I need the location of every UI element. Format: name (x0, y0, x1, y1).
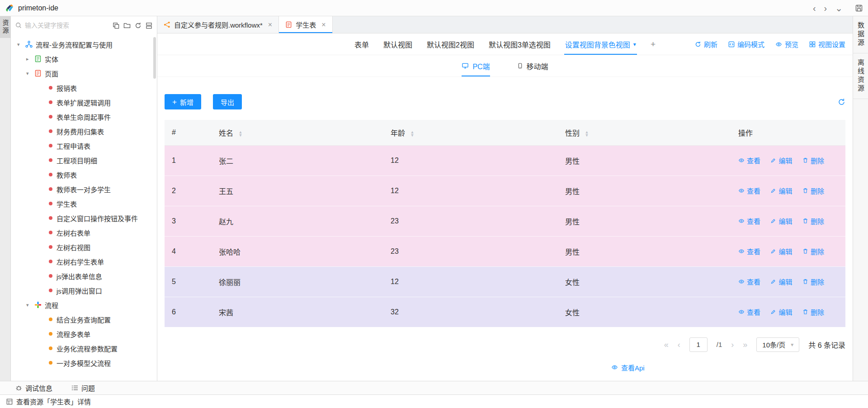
export-button[interactable]: 导出 (213, 94, 242, 109)
add-view-button[interactable]: + (651, 39, 656, 49)
save-icon[interactable] (855, 5, 863, 12)
sync-icon[interactable] (838, 98, 845, 106)
delete-action[interactable]: 删除 (802, 216, 824, 226)
flow-config-icon (25, 41, 33, 48)
page-size-value: 10条/页 (762, 340, 785, 349)
history-back-icon[interactable]: ‹ (813, 4, 816, 13)
cell-gender: 女性 (558, 297, 731, 327)
tree-item-process[interactable]: 结合业务查询配置 (11, 312, 157, 327)
tree-item-page[interactable]: 自定义窗口操作按钮及事件 (11, 211, 157, 225)
tree-item-page[interactable]: 工程申请表 (11, 138, 157, 153)
tree-item-page[interactable]: 教师表 (11, 167, 157, 182)
view-action[interactable]: 查看 (738, 156, 760, 165)
tree-item-page[interactable]: 表单扩展逻辑调用 (11, 95, 157, 109)
preview-action[interactable]: 预览 (775, 39, 798, 49)
chevron-down-icon[interactable]: ▾ (17, 42, 25, 47)
tree-item-page[interactable]: 工程项目明细 (11, 153, 157, 167)
next-page-button[interactable]: › (731, 341, 734, 349)
delete-action[interactable]: 删除 (802, 307, 824, 317)
problems-tab[interactable]: 问题 (71, 383, 95, 393)
chevron-down-icon[interactable]: ▾ (26, 302, 34, 308)
edit-action[interactable]: 编辑 (770, 277, 792, 286)
view-action[interactable]: 查看 (738, 216, 760, 226)
refresh-action[interactable]: 刷新 (695, 39, 717, 49)
trash-icon (802, 218, 808, 224)
tree-root-process-config[interactable]: ▾ 流程-业务流程配置与使用 (11, 37, 157, 52)
tree-item-page[interactable]: js调用弹出窗口 (11, 283, 157, 298)
folder-icon[interactable] (123, 22, 131, 29)
rail-tab-offline-resources[interactable]: 离线资源 (853, 53, 868, 99)
edit-action[interactable]: 编辑 (770, 247, 792, 256)
edit-action[interactable]: 编辑 (770, 307, 792, 317)
tree-item-page[interactable]: 表单生命周起事件 (11, 109, 157, 124)
edit-action[interactable]: 编辑 (770, 186, 792, 195)
tree-item-page[interactable]: 左树右学生表单 (11, 254, 157, 269)
tree-item-page[interactable]: 财务费用归集表 (11, 124, 157, 138)
pencil-icon (770, 218, 776, 224)
sidebar-scrollbar[interactable] (153, 37, 156, 79)
tree-item-page[interactable]: 左树右视图 (11, 240, 157, 254)
tree-item-page[interactable]: 报销表 (11, 81, 157, 95)
eye-icon (775, 41, 782, 47)
tree-item-process[interactable]: 一对多模型父流程 (11, 356, 157, 370)
sort-icon[interactable]: ▲▼ (410, 131, 414, 137)
refresh-icon[interactable] (135, 22, 142, 29)
device-tab-mobile[interactable]: 移动端 (517, 55, 548, 76)
add-button[interactable]: + 新增 (165, 94, 201, 109)
code-mode-action[interactable]: 编码模式 (728, 39, 764, 49)
page-size-select[interactable]: 10条/页 ▾ (756, 337, 799, 352)
history-forward-icon[interactable]: › (824, 4, 827, 13)
view-api-link[interactable]: 查看Api (611, 363, 645, 372)
window-menu-icon[interactable]: ⌄ (835, 4, 843, 13)
last-page-button[interactable]: » (743, 341, 747, 349)
tree-group-process[interactable]: ▾ 流程 (11, 298, 157, 312)
close-icon[interactable]: × (268, 21, 272, 28)
view-tab-background-color[interactable]: 设置视图背景色视图 ▾ (565, 33, 636, 55)
first-page-button[interactable]: « (664, 341, 669, 349)
delete-action[interactable]: 删除 (802, 277, 824, 286)
view-tab-default2[interactable]: 默认视图2视图 (427, 33, 474, 55)
tree-item-page[interactable]: 左树右表单 (11, 225, 157, 240)
tree-item-page-student-table[interactable]: 学生表 (11, 196, 157, 211)
collapse-all-icon[interactable] (146, 22, 152, 29)
view-tab-default[interactable]: 默认视图 (383, 33, 412, 55)
view-action[interactable]: 查看 (738, 247, 760, 256)
rail-tab-resources[interactable]: 资源 (0, 16, 10, 38)
doc-tab-student-table[interactable]: 学生表 × (279, 16, 332, 33)
tree-item-process[interactable]: 流程多表单 (11, 327, 157, 341)
locate-file-icon[interactable] (113, 22, 119, 29)
sort-icon[interactable]: ▲▼ (238, 131, 242, 137)
chevron-down-icon[interactable]: ▾ (633, 41, 636, 47)
debug-info-tab[interactable]: 调试信息 (15, 383, 52, 393)
cell-actions: 查看 编辑 删除 (731, 236, 845, 266)
prev-page-button[interactable]: ‹ (678, 341, 680, 349)
rail-tab-datasource[interactable]: 数据源 (853, 16, 868, 53)
col-label: # (172, 128, 176, 136)
tree-item-process[interactable]: 业务化流程参数配置 (11, 341, 157, 356)
tree-group-entity[interactable]: ▸ 实体 (11, 52, 157, 66)
tree-group-pages[interactable]: ▾ 页面 (11, 66, 157, 81)
view-action[interactable]: 查看 (738, 277, 760, 286)
sort-icon[interactable]: ▲▼ (585, 131, 589, 137)
tree-item-page[interactable]: js弹出表单信息 (11, 269, 157, 283)
doc-tab-workflow[interactable]: 自定义参与者规则.workflowx* × (157, 16, 279, 33)
page-input[interactable] (689, 337, 708, 352)
view-action[interactable]: 查看 (738, 186, 760, 195)
delete-action[interactable]: 删除 (802, 156, 824, 165)
tree-item-page[interactable]: 教师表一对多学生 (11, 182, 157, 196)
edit-action[interactable]: 编辑 (770, 156, 792, 165)
table-row: 3 赵九 23 男性 查看 编辑 删除 (165, 206, 845, 236)
chevron-down-icon[interactable]: ▾ (26, 71, 34, 76)
chevron-right-icon[interactable]: ▸ (26, 56, 34, 62)
edit-action[interactable]: 编辑 (770, 216, 792, 226)
close-icon[interactable]: × (321, 21, 326, 28)
delete-action[interactable]: 删除 (802, 247, 824, 256)
view-settings-action[interactable]: 视图设置 (809, 39, 845, 49)
view-action[interactable]: 查看 (738, 307, 760, 317)
device-tab-pc[interactable]: PC端 (462, 55, 490, 76)
delete-action[interactable]: 删除 (802, 186, 824, 195)
search-input[interactable] (25, 22, 109, 29)
col-name: 姓名 ▲▼ (212, 120, 383, 145)
view-tab-form[interactable]: 表单 (354, 33, 369, 55)
view-tab-default3[interactable]: 默认视图3单选视图 (489, 33, 551, 55)
